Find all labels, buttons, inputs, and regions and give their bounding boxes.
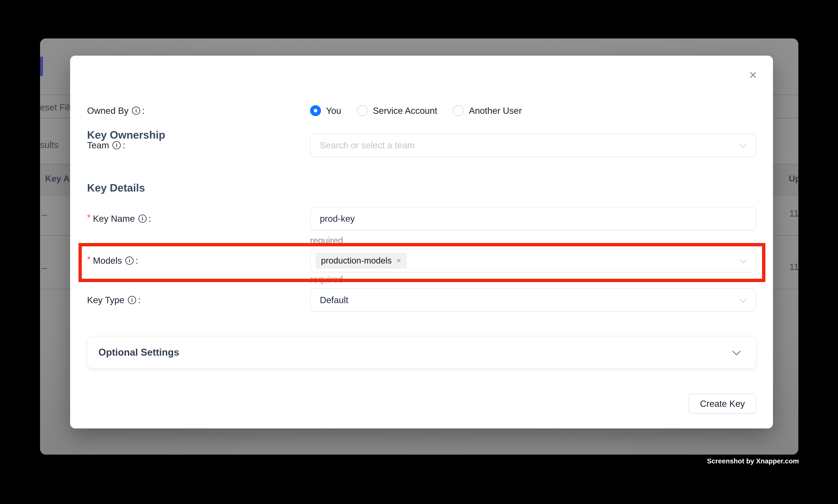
screenshot-canvas: eset Filt sults Key Alia Up – 11/ – 11/ … (0, 0, 838, 504)
table-row-alias-cell: – (42, 209, 47, 220)
owned-by-label: Owned By i : (87, 105, 145, 116)
models-required-message: required (310, 274, 343, 285)
key-name-input[interactable] (318, 213, 734, 224)
key-name-field (310, 207, 756, 230)
create-key-modal: ✕ Key Ownership Owned By i : You Service… (70, 56, 773, 429)
key-name-required-message: required (310, 235, 343, 246)
radio-option-service-account[interactable]: Service Account (357, 105, 438, 116)
required-asterisk: * (87, 212, 91, 223)
team-select[interactable]: Search or select a team (310, 133, 756, 157)
watermark-text: Screenshot by Xnapper.com (707, 457, 799, 465)
radio-option-you[interactable]: You (310, 105, 341, 116)
create-key-button[interactable]: Create Key (689, 394, 756, 413)
models-label: * Models i : (87, 249, 138, 272)
clipped-primary-button (40, 56, 43, 76)
models-select[interactable]: production-models ✕ (310, 249, 756, 272)
remove-tag-icon[interactable]: ✕ (396, 257, 402, 265)
info-icon[interactable]: i (112, 141, 121, 149)
chevron-down-icon (739, 296, 747, 303)
radio-unselected-icon[interactable] (357, 105, 368, 116)
required-asterisk: * (87, 254, 91, 265)
info-icon[interactable]: i (132, 107, 140, 115)
info-icon[interactable]: i (139, 215, 147, 223)
table-row-updated-cell: 11/ (789, 208, 798, 219)
chevron-down-icon (739, 141, 747, 148)
team-label: Team i : (87, 133, 125, 157)
info-icon[interactable]: i (125, 256, 133, 265)
team-select-placeholder: Search or select a team (318, 140, 415, 150)
close-icon[interactable]: ✕ (745, 67, 762, 84)
optional-settings-toggle[interactable]: Optional Settings (87, 336, 756, 368)
section-title-key-details: Key Details (87, 182, 145, 194)
chevron-down-icon (739, 256, 747, 264)
key-type-label: Key Type i : (87, 288, 141, 312)
key-name-label: * Key Name i : (87, 207, 151, 230)
reset-filters-button-fragment[interactable]: eset Filt (40, 102, 71, 113)
info-icon[interactable]: i (128, 296, 136, 304)
radio-selected-icon[interactable] (310, 105, 321, 116)
radio-option-another-user[interactable]: Another User (453, 105, 522, 116)
table-row-updated-cell: 11/ (789, 261, 798, 273)
key-type-select[interactable]: Default (310, 288, 756, 312)
results-count-fragment: sults (40, 139, 58, 151)
selected-model-tag[interactable]: production-models ✕ (316, 253, 407, 269)
radio-unselected-icon[interactable] (453, 105, 464, 116)
key-type-value: Default (318, 295, 348, 305)
chevron-down-icon (732, 347, 741, 355)
table-row-alias-cell: – (42, 262, 47, 273)
column-header-updated: Up (789, 173, 798, 184)
owned-by-radio-group: You Service Account Another User (310, 105, 537, 116)
